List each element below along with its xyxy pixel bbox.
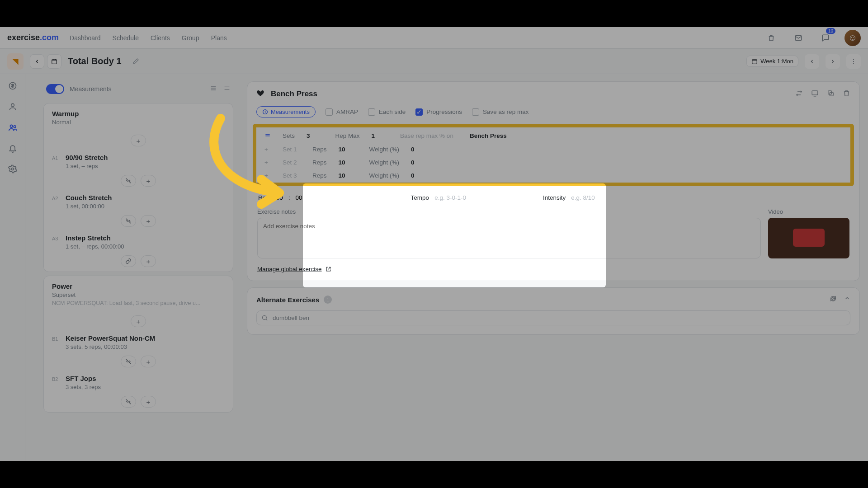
exercise-name[interactable]: Couch Stretch [66, 194, 112, 202]
reps-value[interactable]: 10 [339, 159, 349, 166]
list-icon[interactable] [210, 84, 217, 94]
measurements-label: Measurements [70, 85, 112, 93]
rail-user-icon[interactable] [7, 101, 18, 112]
edit-title-icon[interactable] [128, 53, 144, 70]
nav-schedule[interactable]: Schedule [113, 34, 139, 42]
back-button[interactable] [30, 54, 44, 69]
svg-rect-2 [752, 59, 757, 63]
rail-bell-icon[interactable] [7, 143, 18, 154]
unlink-button[interactable] [121, 215, 136, 227]
sets-value[interactable]: 3 [307, 132, 310, 139]
unlink-button[interactable] [121, 175, 136, 187]
nav-plans[interactable]: Plans [211, 34, 227, 42]
each-side-checkbox[interactable]: Each side [368, 108, 406, 116]
add-button[interactable]: + [131, 315, 146, 327]
more-menu-button[interactable] [846, 54, 861, 69]
heart-icon[interactable] [256, 89, 264, 99]
bag-icon[interactable] [763, 30, 779, 46]
exercise-name[interactable]: 90/90 Stretch [66, 154, 108, 161]
exercise-tag: B2 [52, 376, 62, 382]
trash-icon[interactable] [843, 89, 850, 99]
unlink-button[interactable] [121, 396, 136, 408]
weight-value[interactable]: 0 [411, 146, 422, 153]
measurements-chip[interactable]: Measurements [256, 106, 316, 117]
progressions-checkbox[interactable]: ✓Progressions [415, 108, 462, 116]
intensity-input[interactable]: e.g. 8/10 [571, 194, 595, 201]
weight-label: Weight (%) [369, 172, 400, 179]
chat-icon[interactable]: 10 [817, 30, 834, 46]
rail-billing-icon[interactable] [7, 80, 18, 91]
add-set-icon[interactable]: + [264, 172, 271, 179]
add-set-icon[interactable]: + [264, 146, 271, 153]
refresh-icon[interactable] [830, 295, 837, 304]
add-button[interactable]: + [141, 255, 156, 267]
block-subtitle: Normal [52, 119, 225, 126]
weight-label: Weight (%) [369, 146, 400, 153]
video-thumbnail[interactable] [768, 218, 849, 258]
notes-textarea[interactable] [257, 218, 761, 258]
svg-point-3 [853, 59, 854, 60]
add-button[interactable]: + [141, 215, 156, 227]
set-row: + Set 3 Reps 10 Weight (%) 0 [264, 166, 842, 179]
svg-point-10 [11, 168, 14, 170]
brand-logo: exercise.com [7, 33, 59, 42]
collapse-icon[interactable] [844, 295, 850, 304]
add-button[interactable]: + [131, 135, 146, 146]
reps-label: Reps [312, 159, 327, 166]
swap-icon[interactable] [795, 89, 803, 99]
notifications-badge: 10 [826, 28, 835, 34]
link-button[interactable] [121, 255, 136, 267]
rail-settings-icon[interactable] [7, 164, 18, 174]
weight-value[interactable]: 0 [411, 172, 422, 179]
base-repmax-value[interactable]: Bench Press [470, 132, 507, 139]
block-note: NCM POWERSQUAT: Load fast, 3 second paus… [52, 300, 225, 306]
tempo-input[interactable]: e.g. 3-0-1-0 [434, 194, 466, 201]
reps-value[interactable]: 10 [339, 146, 349, 153]
svg-point-7 [11, 103, 14, 107]
copy-icon[interactable] [827, 89, 835, 99]
exercise-name[interactable]: Keiser PowerSquat Non-CM [66, 334, 155, 342]
drag-icon[interactable] [264, 132, 271, 140]
alt-count-badge: 1 [324, 296, 332, 304]
amrap-checkbox[interactable]: AMRAP [326, 108, 358, 116]
weight-value[interactable]: 0 [411, 159, 422, 166]
add-button[interactable]: + [141, 175, 156, 187]
calendar-button[interactable] [47, 54, 61, 69]
svg-point-9 [14, 126, 16, 128]
add-set-icon[interactable]: + [264, 159, 271, 166]
nav-group[interactable]: Group [182, 34, 199, 42]
repmax-value[interactable]: 1 [372, 132, 375, 139]
add-button[interactable]: + [141, 356, 156, 367]
nav-clients[interactable]: Clients [151, 34, 170, 42]
screen-icon[interactable] [811, 89, 819, 99]
block-title: Warmup [52, 110, 225, 117]
svg-rect-1 [52, 59, 57, 63]
sets-highlight-panel: Sets 3 Rep Max 1 Base rep max % on Bench… [253, 124, 854, 186]
add-button[interactable]: + [141, 396, 156, 408]
compact-icon[interactable] [223, 84, 231, 94]
exercise-tag: A3 [52, 236, 62, 241]
prev-week-button[interactable] [805, 54, 819, 69]
rest-min[interactable]: 00 [276, 194, 283, 201]
avatar[interactable]: ☺ [844, 30, 861, 46]
manage-global-exercise-link[interactable]: Manage global exercise [247, 260, 859, 272]
rail-group-icon[interactable] [7, 122, 18, 133]
week-selector[interactable]: Week 1:Mon [746, 56, 798, 67]
measurements-toggle[interactable] [46, 84, 64, 94]
repmax-label: Rep Max [335, 132, 360, 139]
unlink-button[interactable] [121, 356, 136, 367]
save-rep-max-checkbox[interactable]: Save as rep max [472, 108, 528, 116]
exercise-name[interactable]: Instep Stretch [66, 234, 111, 242]
svg-point-15 [263, 316, 267, 320]
nav-dashboard[interactable]: Dashboard [70, 34, 101, 42]
video-label: Video [768, 208, 849, 215]
rest-sec[interactable]: 00 [296, 194, 302, 201]
next-week-button[interactable] [826, 54, 840, 69]
reps-value[interactable]: 10 [339, 172, 349, 179]
mail-icon[interactable] [790, 30, 807, 46]
sets-label: Sets [283, 132, 295, 139]
exercise-title: Bench Press [271, 89, 317, 99]
exercise-name[interactable]: SFT Jops [66, 375, 96, 382]
alt-search-input[interactable]: dumbbell ben [256, 310, 850, 325]
set-row: + Set 1 Reps 10 Weight (%) 0 [264, 140, 842, 153]
